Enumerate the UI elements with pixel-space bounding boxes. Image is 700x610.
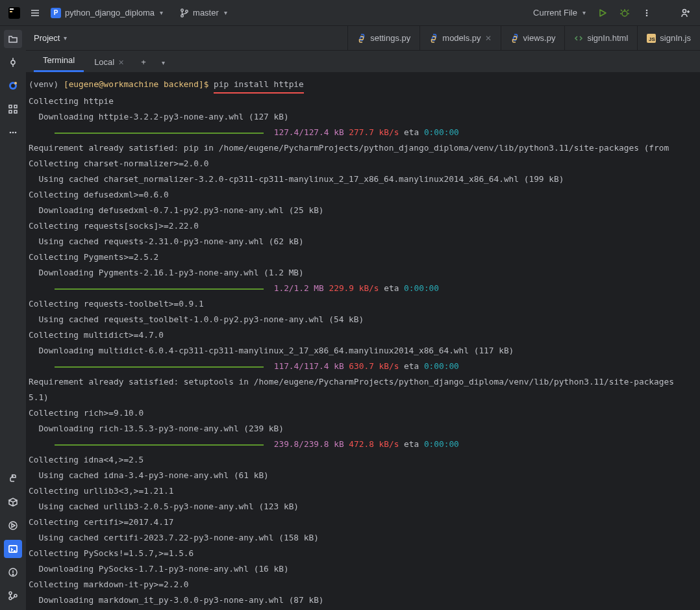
svg-text:JS: JS: [649, 36, 655, 42]
editor-tab[interactable]: settings.py: [347, 26, 419, 50]
terminal-session-tab[interactable]: Local✕: [85, 52, 133, 72]
svg-rect-2: [10, 11, 12, 12]
progress-line: 117.4/117.4 kB 630.7 kB/s eta 0:00:00: [29, 359, 697, 374]
editor-tab-label: signIn.html: [587, 33, 628, 43]
run-config-label: Current File: [533, 8, 577, 18]
svg-point-6: [181, 8, 184, 11]
debug-button[interactable]: [616, 4, 634, 22]
terminal-line: Collecting multidict>=4.7.0: [29, 327, 697, 343]
svg-rect-30: [14, 110, 17, 113]
chevron-down-icon: ▾: [64, 34, 67, 42]
terminal-output[interactable]: (venv) [eugene@workmachine backend]$ pip…: [26, 73, 700, 610]
editor-tab[interactable]: models.py✕: [419, 26, 500, 50]
terminal-line: Collecting defusedxml>=0.6.0: [29, 187, 697, 203]
close-icon[interactable]: ✕: [485, 34, 492, 43]
run-button[interactable]: [594, 4, 612, 22]
terminal-line: Collecting httpie: [29, 94, 697, 109]
svg-point-32: [12, 132, 14, 134]
services-icon[interactable]: [4, 516, 22, 535]
code-with-me-icon[interactable]: [677, 4, 695, 22]
editor-tab-label: views.py: [523, 33, 556, 43]
terminal-line: Collecting certifi>=2017.4.17: [29, 515, 697, 530]
structure-tool-icon[interactable]: [4, 77, 22, 95]
editor-tab[interactable]: views.py: [501, 26, 565, 50]
terminal-line: Collecting requests-toolbelt>=0.9.1: [29, 296, 697, 312]
file-icon: [574, 34, 583, 43]
new-terminal-button[interactable]: +: [134, 52, 153, 72]
progress-line: 239.8/239.8 kB 472.8 kB/s eta 0:00:00: [29, 437, 697, 452]
more-actions-icon[interactable]: [638, 4, 656, 22]
svg-point-18: [683, 9, 686, 12]
branch-name: master: [193, 8, 219, 18]
terminal-line: Collecting PySocks!=1.5.7,>=1.5.6: [29, 546, 697, 561]
svg-point-33: [15, 132, 17, 134]
svg-line-14: [627, 10, 629, 11]
terminal-line: Collecting rich>=9.10.0: [29, 405, 697, 421]
terminal-line: Downloading multidict-6.0.4-cp311-cp311-…: [29, 343, 697, 359]
project-tool-icon[interactable]: [4, 30, 22, 48]
main-menu-icon[interactable]: [26, 4, 44, 22]
svg-rect-1: [10, 8, 14, 10]
svg-point-40: [9, 592, 12, 594]
svg-point-7: [181, 14, 184, 17]
terminal-line: Collecting charset-normalizer>=2.0.0: [29, 156, 697, 172]
project-tab[interactable]: Project ▾: [26, 26, 75, 50]
file-icon: [510, 34, 519, 43]
project-name: python_django_diploma: [65, 8, 155, 18]
svg-line-13: [621, 10, 622, 11]
chevron-down-icon: ▾: [160, 9, 163, 16]
svg-rect-36: [9, 546, 17, 552]
commit-tool-icon[interactable]: [4, 53, 22, 71]
progress-line: 1.2/1.2 MB 229.9 kB/s eta 0:00:00: [29, 281, 697, 296]
terminal-line: 5.1): [29, 390, 697, 405]
structure-icon[interactable]: [4, 100, 22, 118]
svg-point-41: [9, 597, 12, 600]
svg-point-25: [11, 84, 15, 88]
svg-point-31: [10, 132, 12, 134]
terminal-line: Requirement already satisfied: pip in /h…: [29, 140, 697, 156]
vcs-tool-icon[interactable]: [4, 587, 22, 605]
editor-tab[interactable]: JSsignIn.js: [637, 26, 700, 50]
terminal-line: Downloading Pygments-2.16.1-py3-none-any…: [29, 265, 697, 281]
terminal-line: Using cached requests_toolbelt-1.0.0-py2…: [29, 312, 697, 327]
close-icon[interactable]: ✕: [118, 58, 124, 66]
svg-point-9: [622, 11, 627, 16]
project-icon: P: [51, 8, 61, 18]
chevron-down-icon: ▾: [224, 9, 227, 16]
terminal-tab-label: Terminal: [43, 55, 75, 65]
run-config-selector[interactable]: Current File ▾: [529, 6, 590, 19]
file-icon: [357, 34, 366, 43]
project-tab-label: Project: [34, 33, 60, 43]
svg-rect-29: [14, 105, 17, 108]
terminal-line: Collecting markdown-it-py>=2.2.0: [29, 577, 697, 592]
file-icon: [429, 34, 438, 43]
editor-tab[interactable]: signIn.html: [564, 26, 637, 50]
more-tools-icon[interactable]: [4, 123, 22, 142]
prompt-line: (venv) [eugene@workmachine backend]$ pip…: [29, 77, 697, 94]
python-console-icon[interactable]: [4, 470, 22, 488]
editor-tab-strip: Project ▾ settings.pymodels.py✕views.pys…: [26, 26, 700, 51]
svg-point-21: [11, 60, 15, 64]
terminal-options-icon[interactable]: ▾: [154, 52, 171, 72]
editor-tab-label: settings.py: [370, 33, 410, 43]
svg-point-15: [646, 9, 648, 11]
terminal-line: Downloading markdown_it_py-3.0.0-py3-non…: [29, 592, 697, 608]
content-area: Project ▾ settings.pymodels.py✕views.pys…: [26, 26, 700, 610]
packages-icon[interactable]: [4, 493, 22, 511]
progress-line: 127.4/127.4 kB 277.7 kB/s eta 0:00:00: [29, 125, 697, 140]
file-icon: JS: [647, 34, 656, 43]
terminal-line: Downloading rich-13.5.3-py3-none-any.whl…: [29, 421, 697, 437]
chevron-down-icon: ▾: [582, 9, 586, 16]
app-logo-icon[interactable]: [5, 4, 23, 22]
terminal-tool-icon[interactable]: [4, 540, 22, 558]
terminal-line: Downloading httpie-3.2.2-py3-none-any.wh…: [29, 109, 697, 125]
terminal-line: Requirement already satisfied: setuptool…: [29, 374, 697, 390]
editor-tab-label: signIn.js: [660, 33, 691, 43]
terminal-tab[interactable]: Terminal: [34, 50, 84, 72]
vcs-branch-selector[interactable]: master ▾: [176, 6, 231, 19]
editor-tab-label: models.py: [442, 33, 481, 43]
terminal-line: Collecting Pygments>=2.5.2: [29, 249, 697, 265]
branch-icon: [180, 8, 189, 18]
project-selector[interactable]: P python_django_diploma ▾: [47, 6, 167, 19]
problems-icon[interactable]: [4, 563, 22, 581]
